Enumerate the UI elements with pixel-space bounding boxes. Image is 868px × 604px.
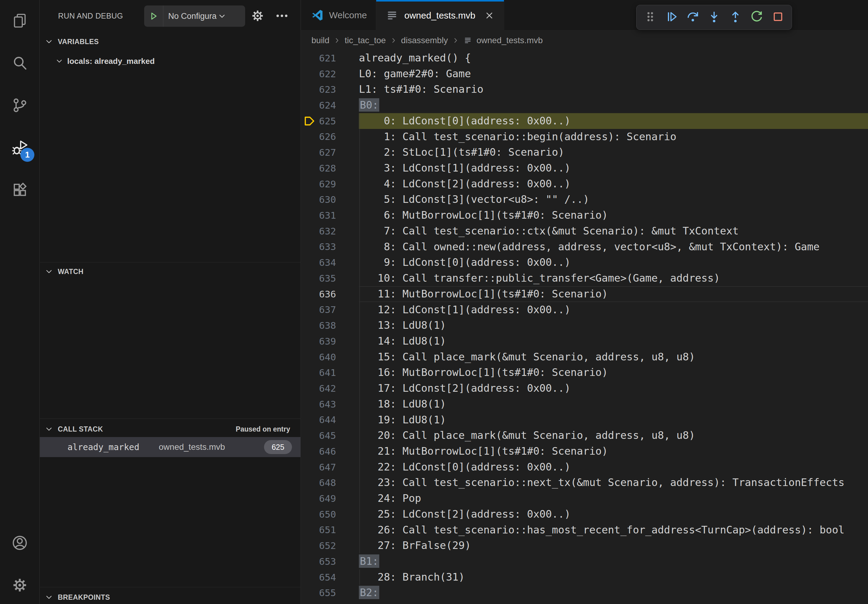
activity-item-extensions[interactable] — [0, 169, 39, 211]
code-line[interactable]: 625 0: LdConst[0](address: 0x00..) — [301, 113, 868, 129]
line-number[interactable]: 654 — [301, 572, 359, 583]
toolbar-drag-handle[interactable] — [640, 7, 661, 28]
tab-owned-tests-mvb[interactable]: owned_tests.mvb — [376, 0, 504, 31]
code-line[interactable]: 633 8: Call owned::new(address, address,… — [301, 239, 868, 255]
line-number[interactable]: 622 — [301, 68, 359, 79]
code-line[interactable]: 647 22: LdConst[0](address: 0x00..) — [301, 459, 868, 475]
line-number[interactable]: 643 — [301, 399, 359, 410]
line-number[interactable]: 648 — [301, 477, 359, 488]
code-line[interactable]: 648 23: Call test_scenario::next_tx(&mut… — [301, 475, 868, 491]
debug-settings-gear-icon[interactable] — [250, 9, 265, 23]
code-line[interactable]: 628 3: LdConst[1](address: 0x00..) — [301, 160, 868, 176]
code-line[interactable]: 623L1: ts#1#0: Scenario — [301, 82, 868, 97]
step-out-button[interactable] — [725, 7, 746, 28]
breadcrumb-item[interactable]: build — [312, 36, 329, 45]
code-line[interactable]: 621already_marked() { — [301, 50, 868, 66]
code-line[interactable]: 652 27: BrFalse(29) — [301, 538, 868, 553]
code-line[interactable]: 655B2: — [301, 585, 868, 601]
call-stack-frame[interactable]: already_marked owned_tests.mvb 625 — [40, 437, 301, 457]
line-number[interactable]: 646 — [301, 446, 359, 457]
line-number[interactable]: 642 — [301, 383, 359, 394]
line-number[interactable]: 645 — [301, 430, 359, 441]
stop-button[interactable] — [767, 7, 789, 28]
breakpoints-section-header[interactable]: BREAKPOINTS — [40, 590, 301, 604]
line-number[interactable]: 632 — [301, 226, 359, 237]
activity-item-settings[interactable] — [0, 564, 39, 604]
more-actions-icon[interactable] — [274, 9, 289, 23]
line-number[interactable]: 641 — [301, 367, 359, 378]
line-number[interactable]: 655 — [301, 587, 359, 598]
line-number[interactable]: 650 — [301, 509, 359, 520]
activity-item-account[interactable] — [0, 522, 39, 564]
code-line[interactable]: 645 20: Call place_mark(&mut Scenario, a… — [301, 427, 868, 443]
code-line[interactable]: 629 4: LdConst[2](address: 0x00..) — [301, 176, 868, 192]
breadcrumb-item[interactable]: disassembly — [401, 36, 448, 45]
code-line[interactable]: 638 13: LdU8(1) — [301, 317, 868, 333]
code-line[interactable]: 634 9: LdConst[0](address: 0x00..) — [301, 254, 868, 270]
line-number[interactable]: 639 — [301, 336, 359, 347]
code-editor[interactable]: 621already_marked() {622L0: game#2#0: Ga… — [301, 50, 868, 601]
code-line[interactable]: 644 19: LdU8(1) — [301, 412, 868, 428]
line-number[interactable]: 629 — [301, 178, 359, 189]
line-number[interactable]: 638 — [301, 320, 359, 331]
variables-locals-scope[interactable]: locals: already_marked — [40, 54, 301, 69]
code-line[interactable]: 630 5: LdConst[3](vector<u8>: "" /..) — [301, 192, 868, 208]
line-number[interactable]: 635 — [301, 273, 359, 284]
activity-item-run-and-debug[interactable]: 1 — [0, 127, 39, 169]
line-number[interactable]: 651 — [301, 524, 359, 535]
code-line[interactable]: 639 14: LdU8(1) — [301, 333, 868, 349]
line-number[interactable]: 623 — [301, 84, 359, 95]
line-number[interactable]: 621 — [301, 53, 359, 63]
code-line[interactable]: 622L0: game#2#0: Game — [301, 66, 868, 82]
code-line[interactable]: 651 26: Call test_scenario::has_most_rec… — [301, 522, 868, 538]
line-number[interactable]: 626 — [301, 131, 359, 142]
tab-welcome[interactable]: Welcome — [301, 0, 376, 30]
line-number[interactable]: 624 — [301, 100, 359, 111]
code-line[interactable]: 641 16: MutBorrowLoc[1](ts#1#0: Scenario… — [301, 365, 868, 381]
step-over-button[interactable] — [682, 7, 704, 28]
line-number[interactable]: 634 — [301, 257, 359, 268]
start-debugging-icon[interactable] — [144, 5, 163, 27]
step-into-button[interactable] — [704, 7, 725, 28]
code-line[interactable]: 624B0: — [301, 97, 868, 113]
variables-section-header[interactable]: VARIABLES — [40, 34, 301, 49]
debug-configuration-dropdown[interactable]: No Configura — [144, 5, 245, 27]
code-line[interactable]: 653B1: — [301, 553, 868, 569]
continue-button[interactable] — [661, 7, 682, 28]
code-line[interactable]: 632 7: Call test_scenario::ctx(&mut Scen… — [301, 223, 868, 239]
code-line[interactable]: 637 12: LdConst[1](address: 0x00..) — [301, 302, 868, 318]
line-number[interactable]: 637 — [301, 304, 359, 315]
code-line[interactable]: 635 10: Call transfer::public_transfer<G… — [301, 270, 868, 286]
call-stack-section-header[interactable]: CALL STACK Paused on entry — [40, 421, 301, 437]
code-line[interactable]: 654 28: Branch(31) — [301, 569, 868, 585]
line-number[interactable]: 625 — [301, 116, 359, 127]
line-number[interactable]: 640 — [301, 352, 359, 362]
code-line[interactable]: 649 24: Pop — [301, 491, 868, 506]
line-number[interactable]: 644 — [301, 414, 359, 425]
line-number[interactable]: 628 — [301, 163, 359, 173]
activity-item-explorer[interactable] — [0, 0, 39, 42]
code-line[interactable]: 643 18: LdU8(1) — [301, 396, 868, 412]
breadcrumb-file[interactable]: owned_tests.mvb — [477, 36, 543, 45]
code-line[interactable]: 631 6: MutBorrowLoc[1](ts#1#0: Scenario) — [301, 208, 868, 223]
code-line[interactable]: 640 15: Call place_mark(&mut Scenario, a… — [301, 349, 868, 365]
activity-item-source-control[interactable] — [0, 85, 39, 127]
restart-button[interactable] — [746, 7, 767, 28]
watch-section-header[interactable]: WATCH — [40, 264, 301, 279]
activity-item-search[interactable] — [0, 42, 39, 85]
line-number[interactable]: 647 — [301, 462, 359, 472]
code-line[interactable]: 626 1: Call test_scenario::begin(address… — [301, 129, 868, 145]
line-number[interactable]: 649 — [301, 493, 359, 504]
code-line[interactable]: 650 25: LdConst[2](address: 0x00..) — [301, 506, 868, 522]
close-icon[interactable] — [484, 10, 495, 21]
line-number[interactable]: 636 — [301, 289, 359, 300]
line-number[interactable]: 633 — [301, 241, 359, 252]
code-line[interactable]: 636 11: MutBorrowLoc[1](ts#1#0: Scenario… — [301, 286, 868, 302]
line-number[interactable]: 630 — [301, 194, 359, 205]
code-line[interactable]: 646 21: MutBorrowLoc[1](ts#1#0: Scenario… — [301, 443, 868, 459]
code-line[interactable]: 627 2: StLoc[1](ts#1#0: Scenario) — [301, 144, 868, 160]
line-number[interactable]: 631 — [301, 210, 359, 221]
breadcrumb-item[interactable]: tic_tac_toe — [344, 36, 386, 45]
line-number[interactable]: 653 — [301, 556, 359, 567]
code-line[interactable]: 642 17: LdConst[2](address: 0x00..) — [301, 381, 868, 396]
